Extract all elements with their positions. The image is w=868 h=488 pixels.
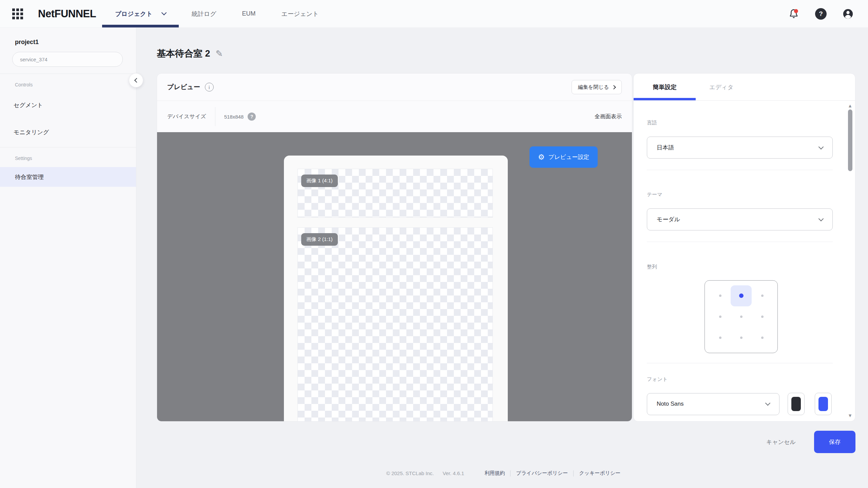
nav-item-label: プロジェクト [115, 10, 153, 18]
help-glyph: ? [819, 10, 823, 18]
preview-settings-label: プレビュー設定 [548, 153, 590, 161]
image-placeholder-badge: 画像 2 (1:1) [301, 233, 338, 246]
align-dot [761, 294, 764, 297]
sidebar-section-controls: Controls [0, 74, 136, 87]
project-name: project1 [0, 28, 136, 46]
device-size-value: 518x848 [224, 114, 244, 120]
sidebar-collapse-button[interactable] [129, 73, 143, 87]
image-placeholder-1: 画像 1 (4:1) [297, 169, 493, 218]
nav-item-eum[interactable]: EUM [229, 0, 269, 27]
close-edit-button[interactable]: 編集を閉じる [572, 80, 622, 94]
notification-badge [794, 9, 798, 13]
align-cell[interactable] [731, 306, 752, 327]
align-cell[interactable] [710, 327, 731, 348]
scrollbar-thumb[interactable] [848, 109, 852, 171]
preview-title: プレビュー [167, 83, 200, 92]
color-fill [818, 397, 828, 411]
page-title: 基本待合室 2 [157, 47, 210, 60]
font-select[interactable]: Noto Sans [647, 393, 779, 415]
chevron-down-icon [818, 144, 824, 149]
language-value: 日本語 [657, 144, 674, 151]
theme-select[interactable]: モーダル [647, 208, 833, 230]
scrollbar-down-arrow[interactable]: ▼ [848, 413, 852, 418]
apps-grid-icon[interactable] [12, 8, 23, 19]
sidebar-item-waiting-room[interactable]: 待合室管理 [0, 167, 136, 187]
image-placeholder-badge: 画像 1 (4:1) [301, 175, 338, 187]
chevron-right-icon [612, 85, 616, 89]
scrollbar-up-arrow[interactable]: ▲ [848, 103, 852, 108]
theme-label: テーマ [647, 191, 833, 198]
edit-title-pencil-icon[interactable]: ✎ [216, 49, 223, 58]
notification-bell-icon[interactable] [788, 8, 799, 20]
divider [647, 170, 833, 170]
cancel-button[interactable]: キャンセル [766, 438, 796, 446]
language-select[interactable]: 日本語 [647, 137, 833, 159]
footer-version: Ver. 4.6.1 [443, 470, 464, 476]
device-preview-modal: 画像 1 (4:1) 画像 2 (1:1) [284, 156, 508, 421]
preview-toolbar: デバイスサイズ 518x848 ? 全画面表示 [157, 101, 632, 132]
main-content: 基本待合室 2 ✎ プレビュー i 編集を閉じる デバイスサイズ [136, 28, 868, 488]
question-glyph: ? [250, 114, 253, 119]
align-cell[interactable] [710, 285, 731, 306]
save-button[interactable]: 保存 [814, 431, 855, 453]
align-cell[interactable] [752, 306, 773, 327]
topnav-right-icons: ? [788, 8, 854, 20]
nav-item-label: EUM [242, 10, 256, 17]
service-select[interactable]: service_374 [12, 52, 123, 67]
nav-item-stats-log[interactable]: 統計ログ [179, 0, 229, 27]
info-glyph: i [209, 84, 210, 90]
info-icon[interactable]: i [205, 83, 214, 92]
preview-card: プレビュー i 編集を閉じる デバイスサイズ 518x848 ? [157, 73, 632, 422]
footer-link-privacy[interactable]: プライバシーポリシー [510, 470, 573, 476]
tab-simple-settings[interactable]: 簡単設定 [634, 83, 696, 91]
align-cell[interactable] [731, 327, 752, 348]
align-dot [740, 316, 742, 318]
sidebar-item-segment[interactable]: セグメント [0, 92, 136, 119]
chevron-down-icon [765, 401, 771, 406]
align-cell[interactable] [752, 285, 773, 306]
chevron-down-icon [161, 10, 167, 16]
divider [647, 242, 833, 242]
netfunnel-logo[interactable]: NetFUNNEL [38, 8, 96, 20]
nav-item-agent[interactable]: エージェント [269, 0, 332, 27]
image-placeholder-2: 画像 2 (1:1) [297, 227, 493, 421]
nav-item-project[interactable]: プロジェクト [102, 0, 179, 27]
sidebar-section-settings: Settings [0, 147, 136, 161]
preview-settings-button[interactable]: ⚙ プレビュー設定 [529, 146, 598, 168]
font-color-swatch-blue[interactable] [815, 393, 832, 415]
settings-panel: 簡単設定 エディタ 言語 日本語 テーマ モーダル [633, 73, 855, 422]
font-color-swatch-black[interactable] [788, 393, 805, 415]
device-size-help-icon[interactable]: ? [248, 113, 256, 121]
align-grid [705, 280, 778, 353]
sidebar-item-label: セグメント [14, 101, 43, 109]
divider [215, 107, 215, 126]
align-dot [719, 337, 721, 339]
actions-row: キャンセル 保存 [157, 431, 855, 453]
sidebar-item-label: 待合室管理 [15, 173, 44, 181]
align-dot [719, 316, 721, 318]
account-avatar-icon[interactable] [842, 8, 854, 20]
align-dot [719, 294, 721, 297]
font-row: Noto Sans [647, 393, 833, 415]
language-label: 言語 [647, 120, 833, 126]
sidebar: project1 service_374 Controls セグメント モニタリ… [0, 28, 136, 488]
align-cell[interactable] [731, 285, 752, 306]
font-value: Noto Sans [657, 401, 683, 407]
font-label: フォント [647, 376, 833, 383]
align-label: 整列 [647, 264, 833, 270]
tab-editor[interactable]: エディタ [709, 83, 734, 91]
sidebar-item-monitoring[interactable]: モニタリング [0, 119, 136, 146]
footer-link-terms[interactable]: 利用規約 [479, 470, 510, 476]
device-size-label: デバイスサイズ [167, 113, 206, 120]
service-select-value: service_374 [20, 57, 47, 62]
align-cell[interactable] [710, 306, 731, 327]
page-title-row: 基本待合室 2 ✎ [157, 46, 855, 61]
top-nav: NetFUNNEL プロジェクト 統計ログ EUM エージェント ? [0, 0, 868, 28]
align-cell[interactable] [752, 327, 773, 348]
main-nav: プロジェクト 統計ログ EUM エージェント [102, 0, 331, 27]
preview-header: プレビュー i 編集を閉じる [157, 74, 632, 101]
sidebar-item-label: モニタリング [14, 128, 49, 136]
fullscreen-link[interactable]: 全画面表示 [595, 113, 622, 120]
help-icon[interactable]: ? [815, 8, 827, 20]
footer-link-cookie[interactable]: クッキーポリシー [574, 470, 626, 476]
